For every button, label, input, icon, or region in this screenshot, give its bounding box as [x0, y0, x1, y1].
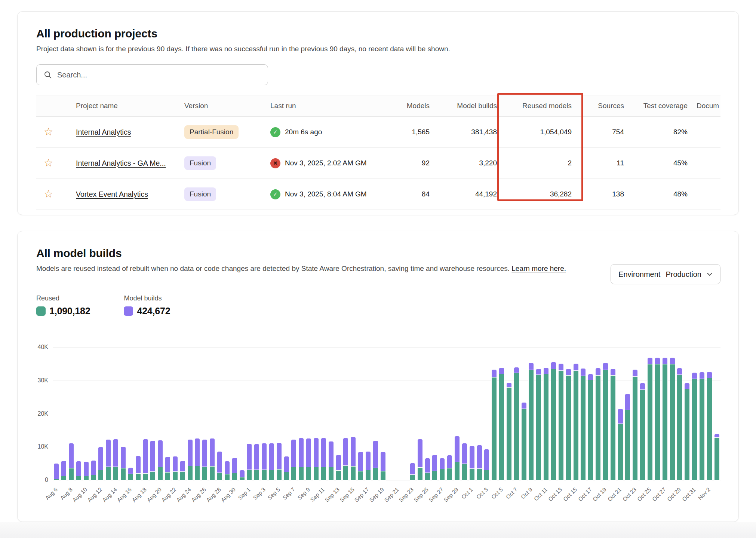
bar-builds-segment [329, 441, 334, 467]
col-last-run: Last run [266, 95, 382, 116]
project-link[interactable]: Internal Analytics - GA Me... [76, 159, 166, 167]
bar-builds-segment [618, 409, 623, 424]
x-tick-label: Sep 1 [237, 486, 252, 501]
bar-reused-segment [655, 364, 660, 480]
star-icon[interactable]: ☆ [44, 189, 53, 199]
bar-reused-segment [240, 477, 245, 480]
x-tick-label: Oct 23 [621, 486, 637, 502]
search-input[interactable] [57, 71, 261, 79]
bar-builds-segment [551, 362, 556, 369]
bar-reused-segment [692, 379, 697, 480]
reused-cell: 36,282 [501, 181, 576, 207]
run-error-icon: × [270, 158, 280, 168]
bar-builds-segment [299, 438, 304, 467]
bar-builds-segment [254, 444, 259, 470]
bar-reused-segment [84, 476, 89, 480]
project-link[interactable]: Vortex Event Analytics [76, 190, 148, 198]
bar-reused-segment [603, 370, 608, 480]
bar-reused-segment [381, 471, 385, 480]
bar-reused-segment [98, 470, 103, 480]
bar-builds-segment [202, 440, 207, 467]
bar-builds-segment [84, 462, 89, 476]
bar-builds-segment [492, 370, 497, 377]
bar-builds-segment [596, 368, 600, 376]
chevron-down-icon [707, 272, 713, 276]
bar-reused-segment [195, 466, 200, 480]
search-icon [43, 70, 52, 79]
bar-builds-segment [477, 445, 482, 468]
legend-reused-label: Reused [36, 294, 90, 302]
gridline [53, 347, 720, 348]
learn-more-link[interactable]: Learn more here. [511, 265, 566, 272]
x-tick-label: Oct 25 [636, 486, 652, 502]
bar-reused-segment [262, 470, 267, 480]
bar-builds-segment [113, 439, 118, 467]
environment-label: Environment [618, 270, 660, 279]
x-tick-label: Aug 24 [175, 486, 192, 503]
x-tick-label: Sep 23 [398, 486, 415, 503]
star-icon[interactable]: ☆ [44, 158, 53, 168]
bar-reused-segment [284, 472, 289, 480]
bar-builds-segment [462, 443, 467, 463]
bar-builds-segment [165, 457, 170, 472]
all-production-projects-card: All production projects Project data sho… [17, 11, 739, 215]
version-badge: Partial-Fusion [184, 125, 239, 139]
project-search-box[interactable] [36, 64, 268, 85]
bar-builds-segment [240, 470, 245, 477]
bar-builds-segment [358, 452, 363, 471]
x-tick-label: Aug 6 [44, 486, 59, 501]
x-tick-label: Aug 30 [220, 486, 237, 503]
x-tick-label: Sep 17 [353, 486, 371, 503]
bar-builds-segment [247, 444, 252, 469]
environment-select[interactable]: Environment Production [611, 264, 720, 284]
bar-reused-segment [69, 468, 74, 480]
bar-reused-segment [188, 466, 193, 480]
y-tick-label: 30K [33, 377, 48, 384]
y-tick-label: 0 [33, 477, 48, 483]
x-tick-label: Aug 22 [160, 486, 178, 503]
bar-reused-segment [180, 471, 185, 480]
bar-builds-segment [499, 368, 504, 374]
x-tick-label: Oct 21 [606, 486, 623, 502]
legend-reused: Reused 1,090,182 [36, 294, 90, 317]
bar-builds-segment [484, 449, 489, 470]
x-tick-label: Oct 3 [475, 486, 489, 500]
table-row: ☆ Internal Analytics - GA Me... Fusion ×… [36, 148, 720, 179]
builds-card-title: All model builds [36, 247, 720, 260]
bar-builds-segment [158, 440, 163, 467]
bar-reused-segment [566, 375, 571, 480]
projects-card-subtitle: Project data shown is for the previous 9… [36, 45, 720, 53]
bar-reused-segment [499, 374, 504, 480]
bar-reused-segment [611, 375, 615, 480]
bar-reused-segment [470, 468, 474, 480]
bar-builds-segment [522, 403, 526, 409]
bar-reused-segment [232, 473, 237, 480]
models-cell: 92 [382, 150, 434, 176]
project-link[interactable]: Internal Analytics [76, 128, 131, 136]
x-tick-label: Sep 19 [368, 486, 385, 503]
builds-card-subtitle: Models are reused instead of rebuilt whe… [36, 265, 597, 273]
bar-reused-segment [113, 467, 118, 480]
bar-builds-segment [625, 394, 630, 410]
x-tick-label: Oct 31 [680, 486, 697, 502]
bar-reused-segment [269, 470, 274, 480]
star-icon[interactable]: ☆ [44, 127, 53, 137]
sources-cell: 11 [576, 150, 629, 176]
col-star [36, 100, 71, 112]
bar-reused-segment [677, 375, 682, 480]
bar-builds-segment [425, 458, 430, 472]
bar-reused-segment [143, 473, 148, 480]
environment-value: Production [666, 270, 701, 279]
bar-builds-segment [440, 458, 445, 469]
page-background-strip [0, 522, 756, 538]
bar-reused-segment [91, 475, 96, 480]
bar-builds-segment [195, 438, 200, 466]
bar-builds-segment [351, 437, 356, 466]
last-run-text: Nov 3, 2025, 2:02 AM GM [285, 159, 367, 167]
bar-builds-segment [69, 443, 74, 468]
x-tick-label: Sep 15 [338, 486, 356, 503]
legend-reused-swatch [36, 306, 46, 316]
col-project-name: Project name [71, 95, 180, 116]
bar-reused-segment [536, 375, 541, 480]
bar-builds-segment [447, 455, 452, 468]
